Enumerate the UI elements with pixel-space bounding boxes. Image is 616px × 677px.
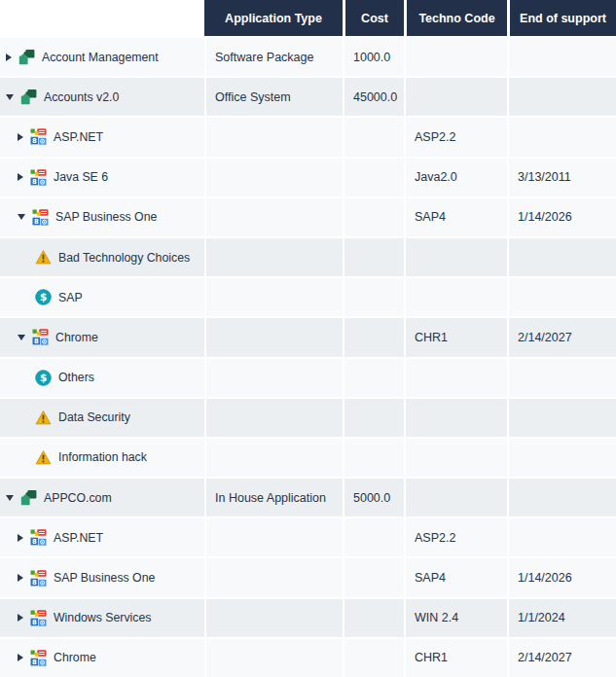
tree-cell[interactable]: Data Security bbox=[0, 399, 204, 437]
cost-cell bbox=[343, 599, 404, 637]
row-label: SAP Business One bbox=[55, 210, 157, 224]
app-type-cell bbox=[204, 278, 343, 316]
cost-cell bbox=[343, 318, 404, 356]
expander-collapsed-icon[interactable] bbox=[18, 133, 23, 141]
column-header-cost[interactable]: Cost bbox=[343, 0, 404, 36]
expander-expanded-icon[interactable] bbox=[18, 214, 25, 220]
app-type-cell: Software Package bbox=[204, 38, 343, 76]
app-type-cell bbox=[204, 558, 343, 596]
app-type-cell bbox=[204, 518, 343, 556]
end-of-support-cell bbox=[507, 359, 616, 397]
tree-cell[interactable]: 8Windows Services bbox=[0, 599, 204, 637]
tree-row[interactable]: APPCO.comIn House Application5000.0 bbox=[0, 477, 616, 517]
tree-row[interactable]: Information hack bbox=[0, 437, 616, 477]
techno-code-cell: CHR1 bbox=[404, 318, 507, 356]
tree-cell[interactable]: Account Management bbox=[0, 38, 204, 76]
tree-row[interactable]: 8ASP.NETASP2.2 bbox=[0, 116, 616, 156]
expander-collapsed-icon[interactable] bbox=[18, 574, 23, 582]
tree-row[interactable]: 8SAP Business OneSAP41/14/2026 bbox=[0, 196, 616, 236]
end-of-support-cell bbox=[507, 439, 616, 477]
tree-row[interactable]: $SAP bbox=[0, 276, 616, 316]
row-label: Chrome bbox=[55, 331, 98, 344]
app-type-cell bbox=[204, 198, 343, 236]
tree-cell[interactable]: 8Chrome bbox=[0, 639, 204, 677]
app-type-cell bbox=[204, 159, 343, 196]
column-header-label: End of support bbox=[520, 12, 606, 25]
expander-expanded-icon[interactable] bbox=[18, 335, 25, 340]
techno-code-cell: WIN 2.4 bbox=[404, 599, 507, 637]
expander-collapsed-icon[interactable] bbox=[18, 654, 23, 661]
money-icon: $ bbox=[35, 289, 52, 305]
column-header-techno-code[interactable]: Techno Code bbox=[404, 0, 507, 36]
column-header-application-type[interactable]: Application Type bbox=[204, 0, 343, 36]
tree-row[interactable]: 8Java SE 6Java2.03/13/2011 bbox=[0, 157, 616, 196]
cost-cell bbox=[343, 439, 404, 477]
tree-row[interactable]: Bad Technology Choices bbox=[0, 236, 616, 276]
tree-cell[interactable]: Bad Technology Choices bbox=[0, 238, 204, 276]
app-type-cell bbox=[204, 399, 343, 437]
tree-cell[interactable]: Accounts v2.0 bbox=[0, 78, 204, 116]
svg-text:8: 8 bbox=[34, 218, 39, 226]
end-of-support-cell bbox=[507, 278, 616, 316]
expander-expanded-icon[interactable] bbox=[6, 94, 14, 100]
tree-cell[interactable]: 8Java SE 6 bbox=[0, 159, 204, 196]
techno-code-cell bbox=[404, 359, 507, 397]
tree-row[interactable]: Account ManagementSoftware Package1000.0 bbox=[0, 36, 616, 76]
cost-cell bbox=[343, 278, 404, 316]
application-icon bbox=[20, 89, 37, 105]
techno-code-cell: Java2.0 bbox=[404, 159, 507, 196]
expander-collapsed-icon[interactable] bbox=[18, 173, 23, 181]
row-label: APPCO.com bbox=[44, 491, 112, 505]
application-icon bbox=[18, 49, 35, 65]
column-header-end-of-support[interactable]: End of support bbox=[507, 0, 616, 36]
tree-cell[interactable]: $SAP bbox=[0, 278, 204, 316]
tree-row[interactable]: 8ChromeCHR12/14/2027 bbox=[0, 316, 616, 356]
technology-icon: 8 bbox=[30, 169, 47, 186]
technology-icon: 8 bbox=[30, 128, 47, 145]
tree-row[interactable]: 8ASP.NETASP2.2 bbox=[0, 517, 616, 556]
expander-collapsed-icon[interactable] bbox=[18, 614, 23, 622]
app-type-cell bbox=[204, 439, 343, 477]
header-spacer bbox=[0, 0, 204, 36]
row-label: Java SE 6 bbox=[54, 170, 108, 184]
tree-row[interactable]: 8Windows ServicesWIN 2.41/1/2024 bbox=[0, 597, 616, 637]
tree-row[interactable]: Accounts v2.0Office System45000.0 bbox=[0, 76, 616, 116]
techno-code-cell bbox=[404, 278, 507, 316]
expander-collapsed-icon[interactable] bbox=[18, 534, 23, 542]
tree-cell[interactable]: $Others bbox=[0, 359, 204, 397]
svg-text:$: $ bbox=[40, 291, 47, 303]
end-of-support-cell bbox=[507, 399, 616, 437]
row-label: Account Management bbox=[42, 51, 159, 64]
tree-cell[interactable]: 8SAP Business One bbox=[0, 558, 204, 596]
app-type-cell bbox=[204, 318, 343, 356]
cost-cell bbox=[343, 518, 404, 556]
svg-text:8: 8 bbox=[32, 178, 37, 186]
tree-row[interactable]: Data Security bbox=[0, 397, 616, 437]
cost-cell bbox=[343, 399, 404, 437]
end-of-support-cell: 1/14/2026 bbox=[507, 558, 616, 596]
expander-collapsed-icon[interactable] bbox=[6, 53, 12, 61]
tree-cell[interactable]: 8SAP Business One bbox=[0, 198, 204, 236]
warning-icon bbox=[35, 410, 52, 426]
row-label: Bad Technology Choices bbox=[58, 251, 190, 265]
cost-cell bbox=[343, 558, 404, 596]
techno-code-cell bbox=[404, 479, 507, 517]
tree-cell[interactable]: Information hack bbox=[0, 439, 204, 477]
tree-row[interactable]: $Others bbox=[0, 357, 616, 397]
cost-cell: 5000.0 bbox=[343, 479, 404, 517]
tree-cell[interactable]: 8Chrome bbox=[0, 318, 204, 356]
end-of-support-cell bbox=[507, 479, 616, 517]
warning-icon bbox=[35, 449, 52, 466]
techno-code-cell bbox=[404, 439, 507, 477]
application-icon bbox=[20, 489, 37, 506]
tree-row[interactable]: 8SAP Business OneSAP41/14/2026 bbox=[0, 556, 616, 596]
techno-code-cell: SAP4 bbox=[404, 198, 507, 236]
tree-row[interactable]: 8ChromeCHR12/14/2027 bbox=[0, 637, 616, 677]
svg-text:$: $ bbox=[40, 372, 47, 383]
tree-cell[interactable]: APPCO.com bbox=[0, 479, 204, 517]
row-label: ASP.NET bbox=[54, 531, 103, 545]
tree-cell[interactable]: 8ASP.NET bbox=[0, 118, 204, 156]
app-type-cell bbox=[204, 599, 343, 637]
expander-expanded-icon[interactable] bbox=[6, 495, 14, 501]
tree-cell[interactable]: 8ASP.NET bbox=[0, 518, 204, 556]
